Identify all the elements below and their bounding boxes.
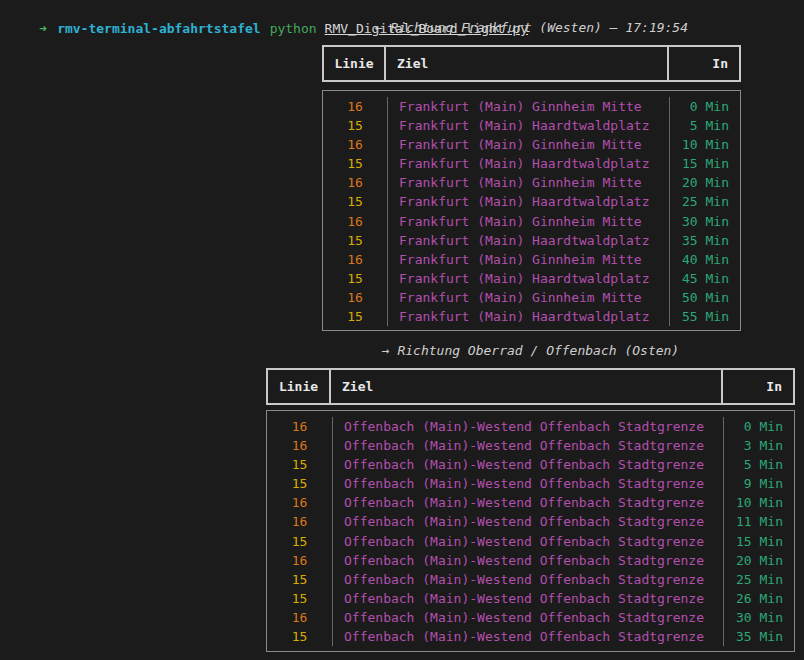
destination-cell: Offenbach (Main)-Westend Offenbach Stadt… [333,551,724,570]
destination-cell: Offenbach (Main)-Westend Offenbach Stadt… [333,455,724,474]
line-number-cell: 16 [267,436,333,455]
destination-cell: Frankfurt (Main) Haardtwaldplatz [388,154,670,173]
line-number-cell: 15 [267,474,333,493]
table-row: 16 Frankfurt (Main) Ginnheim Mitte 10 Mi… [323,135,740,154]
line-number-cell: 16 [267,512,333,531]
line-number-cell: 16 [267,493,333,512]
destination-cell: Offenbach (Main)-Westend Offenbach Stadt… [333,436,724,455]
destination-cell: Offenbach (Main)-Westend Offenbach Stadt… [333,589,724,608]
minutes-cell: 10 Min [724,493,794,512]
table-row: 15 Offenbach (Main)-Westend Offenbach St… [267,627,794,646]
minutes-cell: 5 Min [724,455,794,474]
minutes-cell: 0 Min [670,97,740,116]
destination-cell: Offenbach (Main)-Westend Offenbach Stadt… [333,627,724,646]
destination-cell: Frankfurt (Main) Haardtwaldplatz [388,116,670,135]
table-row: 16 Frankfurt (Main) Ginnheim Mitte 40 Mi… [323,250,740,269]
minutes-cell: 3 Min [724,436,794,455]
column-header-linie: Linie [324,47,386,80]
line-number-cell: 15 [323,231,388,250]
destination-cell: Offenbach (Main)-Westend Offenbach Stadt… [333,608,724,627]
minutes-cell: 35 Min [670,231,740,250]
table-row: 15 Frankfurt (Main) Haardtwaldplatz 55 M… [323,307,740,326]
line-number-cell: 16 [323,173,388,192]
line-number-cell: 15 [267,455,333,474]
line-number-cell: 16 [323,250,388,269]
minutes-cell: 15 Min [724,532,794,551]
minutes-cell: 30 Min [724,608,794,627]
destination-cell: Frankfurt (Main) Ginnheim Mitte [388,173,670,192]
line-number-cell: 15 [323,307,388,326]
table-row: 15 Frankfurt (Main) Haardtwaldplatz 35 M… [323,231,740,250]
destination-cell: Frankfurt (Main) Ginnheim Mitte [388,288,670,307]
line-number-cell: 16 [267,551,333,570]
board-west-body: 16 Frankfurt (Main) Ginnheim Mitte 0 Min… [322,90,741,331]
minutes-cell: 9 Min [724,474,794,493]
destination-cell: Frankfurt (Main) Ginnheim Mitte [388,212,670,231]
line-number-cell: 15 [323,116,388,135]
line-number-cell: 15 [323,192,388,211]
minutes-cell: 25 Min [724,570,794,589]
board-west-header-row: Linie Ziel In [322,45,741,82]
destination-cell: Frankfurt (Main) Ginnheim Mitte [388,97,670,116]
destination-cell: Frankfurt (Main) Ginnheim Mitte [388,250,670,269]
destination-cell: Offenbach (Main)-Westend Offenbach Stadt… [333,474,724,493]
minutes-cell: 45 Min [670,269,740,288]
table-row: 15 Frankfurt (Main) Haardtwaldplatz 45 M… [323,269,740,288]
destination-cell: Frankfurt (Main) Ginnheim Mitte [388,135,670,154]
destination-cell: Offenbach (Main)-Westend Offenbach Stadt… [333,512,724,531]
table-row: 15 Frankfurt (Main) Haardtwaldplatz 25 M… [323,192,740,211]
minutes-cell: 25 Min [670,192,740,211]
minutes-cell: 50 Min [670,288,740,307]
destination-cell: Offenbach (Main)-Westend Offenbach Stadt… [333,532,724,551]
board-east-body: 16 Offenbach (Main)-Westend Offenbach St… [266,410,795,652]
destination-cell: Frankfurt (Main) Haardtwaldplatz [388,269,670,288]
table-row: 15 Offenbach (Main)-Westend Offenbach St… [267,570,794,589]
shell-prompt-line: ➜rmv-terminal-abfahrtstafelpythonRMV_Dig… [8,0,528,19]
minutes-cell: 0 Min [724,417,794,436]
destination-cell: Frankfurt (Main) Haardtwaldplatz [388,192,670,211]
table-row: 15 Offenbach (Main)-Westend Offenbach St… [267,455,794,474]
minutes-cell: 20 Min [724,551,794,570]
line-number-cell: 16 [323,288,388,307]
minutes-cell: 5 Min [670,116,740,135]
line-number-cell: 16 [323,97,388,116]
table-row: 15 Offenbach (Main)-Westend Offenbach St… [267,589,794,608]
minutes-cell: 11 Min [724,512,794,531]
minutes-cell: 35 Min [724,627,794,646]
minutes-cell: 20 Min [670,173,740,192]
table-row: 15 Offenbach (Main)-Westend Offenbach St… [267,474,794,493]
destination-cell: Offenbach (Main)-Westend Offenbach Stadt… [333,417,724,436]
prompt-arrow-icon: ➜ [39,21,47,36]
column-header-ziel: Ziel [331,370,723,403]
minutes-cell: 10 Min [670,135,740,154]
minutes-cell: 15 Min [670,154,740,173]
column-header-ziel: Ziel [386,47,669,80]
prompt-directory: rmv-terminal-abfahrtstafel [57,21,261,36]
prompt-command: python [270,21,317,36]
line-number-cell: 16 [323,135,388,154]
table-row: 16 Offenbach (Main)-Westend Offenbach St… [267,512,794,531]
minutes-cell: 40 Min [670,250,740,269]
line-number-cell: 16 [267,417,333,436]
line-number-cell: 15 [323,269,388,288]
column-header-linie: Linie [268,370,331,403]
table-row: 15 Frankfurt (Main) Haardtwaldplatz 15 M… [323,154,740,173]
destination-cell: Offenbach (Main)-Westend Offenbach Stadt… [333,570,724,589]
board-east-header-row: Linie Ziel In [266,368,795,405]
table-row: 16 Offenbach (Main)-Westend Offenbach St… [267,608,794,627]
minutes-cell: 30 Min [670,212,740,231]
minutes-cell: 26 Min [724,589,794,608]
board-east-title: → Richtung Oberrad / Offenbach (Osten) [266,341,795,360]
line-number-cell: 15 [267,589,333,608]
line-number-cell: 15 [267,627,333,646]
destination-cell: Frankfurt (Main) Haardtwaldplatz [388,231,670,250]
line-number-cell: 15 [323,154,388,173]
column-header-in: In [723,370,793,403]
table-row: 16 Offenbach (Main)-Westend Offenbach St… [267,436,794,455]
destination-cell: Offenbach (Main)-Westend Offenbach Stadt… [333,493,724,512]
table-row: 16 Frankfurt (Main) Ginnheim Mitte 0 Min [323,97,740,116]
table-row: 16 Frankfurt (Main) Ginnheim Mitte 50 Mi… [323,288,740,307]
table-row: 16 Offenbach (Main)-Westend Offenbach St… [267,417,794,436]
table-row: 15 Frankfurt (Main) Haardtwaldplatz 5 Mi… [323,116,740,135]
line-number-cell: 15 [267,570,333,589]
